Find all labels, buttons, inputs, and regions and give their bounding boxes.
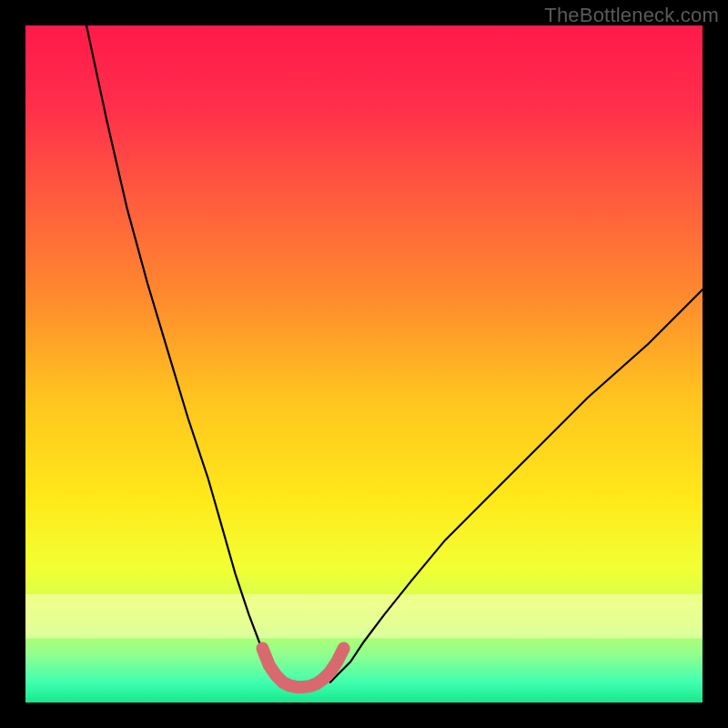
plot-area bbox=[25, 25, 703, 703]
watermark-text: TheBottleneck.com bbox=[544, 4, 719, 27]
highlight-band bbox=[25, 594, 703, 638]
outer-frame: TheBottleneck.com bbox=[0, 0, 728, 728]
chart-svg bbox=[25, 25, 703, 703]
